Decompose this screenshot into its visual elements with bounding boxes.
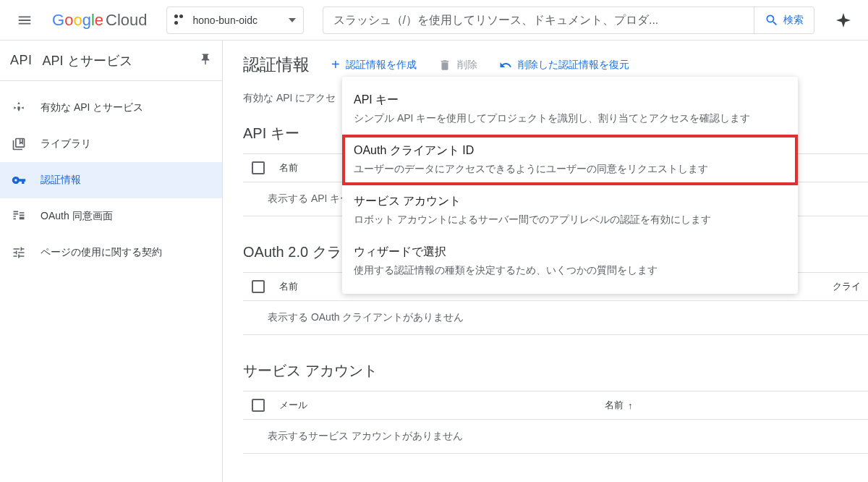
dropdown-item-wizard[interactable]: ウィザードで選択 使用する認証情報の種類を決定するため、いくつかの質問をします	[342, 236, 798, 287]
dropdown-item-title: ウィザードで選択	[354, 245, 786, 260]
service-account-title: サービス アカウント	[243, 361, 868, 381]
select-all-checkbox[interactable]	[252, 161, 265, 174]
top-header: Google Cloud hono-bun-oidc 検索	[0, 0, 868, 41]
search-bar: 検索	[323, 7, 815, 34]
select-all-checkbox[interactable]	[252, 399, 265, 412]
dropdown-item-desc: シンプル API キーを使用してプロジェクトを識別し、割り当てとアクセスを確認し…	[354, 111, 786, 126]
sidebar-nav: 有効な API とサービス ライブラリ 認証情報 OAuth 同意画面 ページの…	[0, 81, 222, 271]
sidebar-item-credentials[interactable]: 認証情報	[0, 162, 222, 198]
dropdown-item-api-key[interactable]: API キー シンプル API キーを使用してプロジェクトを識別し、割り当てとア…	[342, 84, 798, 135]
main-content: 認証情報 + 認証情報を作成 削除 削除した認証情報を復元 有効な API にア…	[223, 41, 868, 482]
service-empty: 表示するサービス アカウントがありません	[243, 420, 868, 454]
sidebar-item-label: OAuth 同意画面	[41, 210, 113, 223]
hamburger-icon	[17, 12, 33, 28]
dropdown-item-title: サービス アカウント	[354, 194, 786, 209]
sidebar-item-label: 有効な API とサービス	[41, 101, 143, 114]
select-all-checkbox[interactable]	[252, 280, 265, 293]
dropdown-item-desc: 使用する認証情報の種類を決定するため、いくつかの質問をします	[354, 263, 786, 278]
sidebar-item-label: ライブラリ	[41, 138, 91, 151]
hamburger-menu-button[interactable]	[9, 4, 41, 36]
restore-label: 削除した認証情報を復元	[518, 59, 629, 72]
ai-sparkle-button[interactable]	[833, 10, 854, 30]
api-logo: API	[10, 53, 33, 68]
restore-button[interactable]: 削除した認証情報を復元	[499, 59, 629, 72]
library-icon	[10, 137, 27, 151]
dropdown-item-desc: ユーザーのデータにアクセスできるようにユーザーの同意をリクエストします	[354, 161, 786, 177]
search-button[interactable]: 検索	[754, 7, 814, 33]
project-name: hono-bun-oidc	[193, 14, 258, 26]
col-name[interactable]: 名前 ↑	[605, 399, 633, 412]
sidebar-item-oauth-consent[interactable]: OAuth 同意画面	[0, 198, 222, 234]
search-icon	[765, 13, 779, 28]
sidebar-item-page-agreement[interactable]: ページの使用に関する契約	[0, 234, 222, 271]
create-label: 認証情報を作成	[346, 59, 417, 72]
plus-icon: +	[331, 56, 340, 73]
search-label: 検索	[783, 14, 804, 27]
sparkle-icon	[835, 12, 852, 29]
pin-icon	[199, 53, 212, 66]
sidebar: API API とサービス 有効な API とサービス ライブラリ 認証情報 O…	[0, 41, 223, 482]
sort-asc-icon: ↑	[628, 400, 633, 411]
sidebar-item-enabled-apis[interactable]: 有効な API とサービス	[0, 90, 222, 126]
cloud-wordmark: Cloud	[106, 11, 147, 30]
pin-button[interactable]	[199, 53, 212, 68]
service-table-header: メール 名前 ↑	[243, 391, 868, 420]
enabled-apis-icon	[10, 101, 27, 115]
key-icon	[10, 173, 27, 187]
delete-button[interactable]: 削除	[438, 59, 477, 72]
dropdown-item-oauth-client-id[interactable]: OAuth クライアント ID ユーザーのデータにアクセスできるようにユーザーの…	[342, 135, 798, 185]
project-selector[interactable]: hono-bun-oidc	[166, 7, 304, 34]
col-email[interactable]: メール	[279, 399, 590, 412]
oauth-empty: 表示する OAuth クライアントがありません	[243, 301, 868, 335]
google-cloud-logo[interactable]: Google Cloud	[46, 11, 153, 30]
sidebar-item-library[interactable]: ライブラリ	[0, 126, 222, 162]
sidebar-item-label: ページの使用に関する契約	[41, 246, 162, 259]
dropdown-item-desc: ロボット アカウントによるサーバー間でのアプリレベルの認証を有効にします	[354, 212, 786, 227]
sidebar-item-label: 認証情報	[41, 174, 81, 187]
chevron-down-icon	[289, 18, 296, 22]
google-wordmark: Google	[52, 11, 103, 30]
search-input[interactable]	[323, 14, 754, 27]
delete-label: 削除	[457, 59, 477, 72]
consent-icon	[10, 209, 27, 224]
service-account-section: サービス アカウント メール 名前 ↑ 表示するサービス アカウントがありません	[243, 361, 868, 454]
page-header: 認証情報 + 認証情報を作成 削除 削除した認証情報を復元	[243, 54, 868, 76]
trash-icon	[438, 59, 451, 72]
settings-icon	[10, 245, 27, 260]
sidebar-title: API とサービス	[43, 52, 189, 69]
page-title: 認証情報	[243, 54, 310, 76]
sidebar-header: API API とサービス	[0, 41, 222, 81]
col-client[interactable]: クライ	[800, 280, 868, 293]
undo-icon	[499, 59, 512, 72]
dropdown-item-service-account[interactable]: サービス アカウント ロボット アカウントによるサーバー間でのアプリレベルの認証…	[342, 185, 798, 236]
dropdown-item-title: API キー	[354, 93, 786, 108]
dropdown-item-title: OAuth クライアント ID	[354, 143, 786, 158]
create-credential-button[interactable]: + 認証情報を作成	[331, 56, 417, 73]
project-icon	[174, 14, 186, 26]
create-credential-dropdown: API キー シンプル API キーを使用してプロジェクトを識別し、割り当てとア…	[342, 77, 798, 294]
